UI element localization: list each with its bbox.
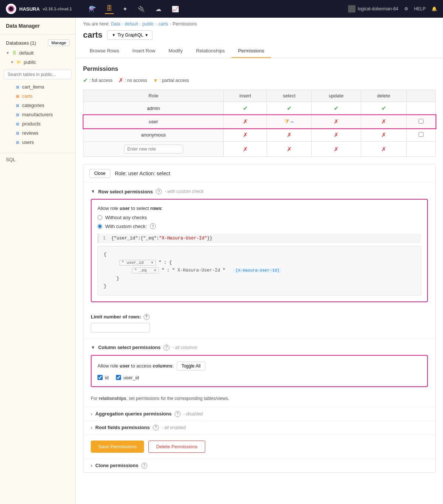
admin-select[interactable]: ✔	[267, 102, 312, 115]
sidebar-item-categories[interactable]: ▦ categories	[0, 101, 75, 110]
anon-delete[interactable]: ✗	[361, 128, 406, 142]
new-extra	[406, 142, 435, 157]
user-insert[interactable]: ✗	[224, 115, 267, 128]
table-icon: ▦	[15, 131, 20, 136]
breadcrumb-default[interactable]: default	[125, 21, 138, 27]
sidebar: Data Manager Databases (1) Manage ▼ 🗄 de…	[0, 18, 76, 504]
role-anonymous: anonymous	[83, 128, 224, 142]
nav-user: logical-doberman-84	[348, 5, 398, 13]
new-select: ✗	[267, 142, 312, 157]
help-icon-agg[interactable]: ?	[175, 411, 181, 417]
tab-relationships[interactable]: Relationships	[189, 44, 231, 58]
table-name-cart_items: cart_items	[22, 84, 44, 90]
table-name-manufacturers: manufacturers	[22, 112, 53, 117]
search-input[interactable]	[4, 70, 72, 79]
sidebar-item-public[interactable]: ▼ 📁 public	[0, 58, 75, 67]
version-text: v2.16.1-cloud.1	[43, 7, 72, 11]
sidebar-item-users[interactable]: ▦ users	[0, 138, 75, 147]
settings-icon[interactable]: ⚙	[404, 6, 408, 11]
anon-row-checkbox[interactable]	[419, 132, 423, 137]
user-delete[interactable]: ✗	[361, 115, 406, 128]
help-icon-custom[interactable]: ?	[150, 223, 156, 229]
aggregation-section[interactable]: › Aggregation queries permissions ? - di…	[83, 407, 435, 421]
with-custom-radio[interactable]: With custom check: ?	[97, 223, 421, 229]
with-custom-input[interactable]	[97, 224, 102, 229]
col-user_id-checkbox[interactable]	[116, 375, 121, 380]
op-dropdown[interactable]: " _eq ▾	[132, 267, 159, 273]
root-fields-section[interactable]: › Root fields permissions ? - all enable…	[83, 421, 435, 434]
col-header-role: Role	[83, 90, 224, 102]
nav-cloud-icon[interactable]: ☁	[154, 4, 163, 14]
nav-chart-icon[interactable]: 📈	[170, 4, 181, 14]
without-checks-radio[interactable]: Without any checks	[97, 215, 421, 220]
help-icon-col[interactable]: ?	[164, 345, 169, 351]
sidebar-item-cart_items[interactable]: ▦ cart_items	[0, 82, 75, 92]
without-checks-input[interactable]	[97, 215, 102, 220]
try-graphql-button[interactable]: ✦ Try GraphQL ▾	[107, 30, 153, 40]
check-icon: ✔	[83, 77, 88, 84]
admin-delete[interactable]: ✔	[361, 102, 406, 115]
help-icon-limit[interactable]: ?	[144, 314, 150, 320]
tab-permissions[interactable]: Permissions	[231, 44, 271, 58]
user-checkbox-cell[interactable]	[406, 115, 435, 128]
check-icon: ✔	[243, 105, 248, 111]
table-icon: ▦	[15, 121, 20, 127]
try-graphql-label: Try GraphQL	[118, 32, 144, 38]
sidebar-sql[interactable]: SQL	[0, 153, 75, 166]
bell-icon[interactable]: 🔔	[432, 6, 437, 11]
sidebar-item-reviews[interactable]: ▦ reviews	[0, 128, 75, 138]
top-nav: HASURA v2.16.1-cloud.1 ⚗️ 🗄 ✦ 🔌 ☁ 📈 logi…	[0, 0, 443, 18]
anon-select[interactable]: ✗	[267, 128, 312, 142]
anon-checkbox-cell[interactable]	[406, 128, 435, 142]
col-id-check[interactable]: id	[97, 375, 109, 380]
help-icon-root[interactable]: ?	[153, 425, 159, 431]
new-role-cell[interactable]	[83, 142, 224, 157]
tab-modify[interactable]: Modify	[162, 44, 189, 58]
manage-button[interactable]: Manage	[48, 39, 69, 46]
db-icon: 🗄	[12, 51, 17, 56]
tab-browse-rows[interactable]: Browse Rows	[83, 44, 126, 58]
user-select[interactable]: ⧩ ✏	[267, 115, 312, 128]
field-dropdown[interactable]: " user_id ▾	[119, 260, 156, 266]
caret-icon: ▼	[10, 60, 14, 64]
col-user_id-check[interactable]: user_id	[116, 375, 139, 380]
breadcrumb-public[interactable]: public	[142, 21, 154, 27]
sidebar-item-default[interactable]: ▼ 🗄 default	[0, 48, 75, 58]
col-select-header: ▼ Column select permissions ? - all colu…	[91, 345, 428, 351]
breadcrumb-data[interactable]: Data	[111, 21, 120, 27]
sidebar-item-carts[interactable]: ▦ carts	[0, 92, 75, 101]
sidebar-item-manufacturers[interactable]: ▦ manufacturers	[0, 110, 75, 119]
breadcrumb-carts[interactable]: carts	[158, 21, 168, 27]
sidebar-item-products[interactable]: ▦ products	[0, 119, 75, 128]
limit-input[interactable]	[91, 323, 150, 332]
nav-flask-icon[interactable]: ⚗️	[87, 4, 97, 14]
sidebar-title: Data Manager	[0, 18, 75, 34]
logo-area: HASURA v2.16.1-cloud.1	[6, 4, 80, 14]
user-update[interactable]: ✗	[312, 115, 361, 128]
anon-update[interactable]: ✗	[312, 128, 361, 142]
admin-update[interactable]: ✔	[312, 102, 361, 115]
col-id-checkbox[interactable]	[97, 375, 103, 380]
admin-insert[interactable]: ✔	[224, 102, 267, 115]
nav-database-icon[interactable]: 🗄	[105, 4, 114, 14]
help-icon-row[interactable]: ?	[156, 189, 162, 194]
toggle-all-button[interactable]: Toggle All	[177, 362, 205, 370]
breadcrumb-permissions: Permissions	[172, 21, 196, 27]
save-permissions-button[interactable]: Save Permissions	[91, 441, 144, 453]
nav-graphql-icon[interactable]: ✦	[121, 4, 129, 14]
delete-permissions-button[interactable]: Delete Permissions	[148, 441, 205, 453]
col-collapse-icon[interactable]: ▼	[91, 345, 95, 350]
user-row-checkbox[interactable]	[419, 119, 423, 124]
edit-icon[interactable]: ✏	[291, 120, 294, 125]
x-icon: ✗	[243, 132, 248, 138]
table-row-user: user ✗ ⧩ ✏ ✗ ✗	[83, 115, 436, 128]
collapse-icon[interactable]: ▼	[91, 189, 95, 194]
clone-section[interactable]: › Clone permissions ?	[83, 459, 435, 472]
anon-insert[interactable]: ✗	[224, 128, 267, 142]
tab-insert-row[interactable]: Insert Row	[126, 44, 162, 58]
nav-plugin-icon[interactable]: 🔌	[136, 4, 147, 14]
help-label[interactable]: HELP	[414, 6, 426, 11]
close-button[interactable]: Close	[89, 169, 110, 178]
help-icon-clone[interactable]: ?	[141, 463, 147, 469]
new-role-input[interactable]	[124, 145, 183, 153]
